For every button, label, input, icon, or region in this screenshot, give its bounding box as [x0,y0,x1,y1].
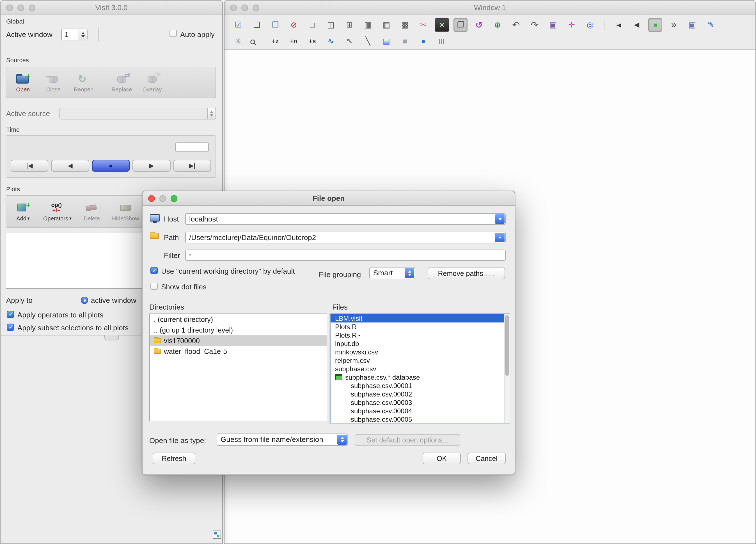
mini-window-icon[interactable] [213,531,221,539]
box-tool-icon[interactable]: ■ [398,34,412,48]
annotation-pen-icon[interactable]: ✎ [704,18,718,32]
minimize-window-icon[interactable] [241,4,248,11]
file-row[interactable]: Plots.R [331,322,509,331]
curve-plot-icon[interactable]: ∿ [324,34,338,48]
plus-s-icon[interactable]: +s [305,34,319,48]
clone-window-icon[interactable]: ❐ [268,18,282,32]
redo-view-icon[interactable]: ↷ [528,18,542,32]
save-image-icon[interactable]: ▣ [685,18,699,32]
next-timestep-button[interactable]: ▶| [173,160,211,172]
directory-row[interactable]: . (current directory) [150,314,327,325]
combo-dropdown-icon[interactable] [495,233,505,242]
file-row[interactable]: LBM.visit [331,314,509,322]
overlay-source-button[interactable]: ↷ Overlay [140,72,164,93]
remove-paths-button[interactable]: Remove paths . . . [428,268,505,279]
minimize-window-icon[interactable] [159,195,166,202]
ok-button[interactable]: OK [423,453,461,464]
file-row[interactable]: subphase.csv.00004 [331,407,509,415]
layout-3x3-icon[interactable]: ▦ [379,18,393,32]
file-row[interactable]: input.db [331,339,509,348]
dialog-titlebar[interactable]: File open [143,191,515,206]
stop-button[interactable]: ■ [92,160,130,172]
minimize-window-icon[interactable] [17,4,24,11]
plus-n-icon[interactable]: +n [287,34,301,48]
file-row[interactable]: subphase.csv [331,364,509,373]
layout-2x2-icon[interactable]: ⊞ [342,18,356,32]
layout-1x2-icon[interactable]: ◫ [324,18,338,32]
auto-apply-checkbox[interactable] [169,30,177,37]
set-default-open-options-button[interactable]: Set default open options... [355,434,460,446]
reset-view-icon[interactable]: ↺ [472,18,486,32]
cancel-button[interactable]: Cancel [468,453,506,464]
pick-icon[interactable]: ↖ [342,34,356,48]
layout-2x4-icon[interactable]: ▥ [361,18,375,32]
delete-active-plots-icon[interactable]: × [435,18,449,32]
file-row[interactable]: subphase.csv.00005 [331,415,509,423]
directory-row[interactable]: vis1700000 [150,335,327,346]
navigate-mode-icon[interactable]: ❒ [453,18,468,32]
file-row[interactable]: subphase.csv.00001 [331,381,509,390]
clear-plots-icon[interactable]: ✂ [416,18,430,32]
close-window-icon[interactable] [6,4,13,11]
replace-source-button[interactable]: ⇄ Replace [109,72,134,93]
lineout-icon[interactable]: ╲ [361,34,375,48]
use-cwd-checkbox[interactable] [150,267,158,274]
play-button[interactable]: ▶ [132,160,170,172]
play-reverse-icon[interactable]: ◀ [630,18,644,32]
file-row[interactable]: subphase.csv.00002 [331,390,509,398]
hide-show-plot-button[interactable]: Hide/Show [112,201,139,222]
file-row[interactable]: Plots.R~ [331,331,509,339]
delete-window-icon[interactable]: ⊘ [287,18,301,32]
active-window-check-icon[interactable]: ☑ [231,18,245,32]
plus-z-icon[interactable]: +z [268,34,282,48]
zoom-window-icon[interactable] [171,195,177,202]
prev-frame-icon[interactable]: |◀ [611,18,625,32]
close-window-icon[interactable] [148,195,155,202]
panel-collapse-handle[interactable] [104,335,119,340]
recenter-view-icon[interactable]: ⊕ [491,18,505,32]
filter-input[interactable] [185,250,506,261]
apply-operators-checkbox[interactable] [7,311,14,318]
active-source-combo[interactable] [59,108,216,120]
spreadsheet-icon[interactable]: ▤ [379,34,393,48]
time-field[interactable] [175,143,209,152]
file-row[interactable]: subphase.csv.* database [331,373,509,381]
window1-titlebar[interactable]: Window 1 [224,1,755,15]
open-source-button[interactable]: + Open [11,72,35,93]
zoom-icon[interactable]: ⚲ [247,34,267,48]
show-dot-files-checkbox[interactable] [150,282,158,290]
directory-row[interactable]: .. (go up 1 directory level) [150,325,327,335]
file-row[interactable]: relperm.csv [331,356,509,364]
files-scrollbar[interactable] [504,314,510,423]
reopen-source-button[interactable]: ↻ Reopen [71,72,96,93]
host-combo[interactable]: localhost [185,213,506,225]
directory-row[interactable]: water_flood_Ca1e-5 [150,346,327,357]
delete-plot-button[interactable]: Delete [79,201,104,222]
operators-button[interactable]: op() +/− Operators ▾ [43,201,72,222]
open-as-type-dropdown[interactable]: Guess from file name/extension [217,433,348,446]
close-source-button[interactable]: − Close [41,72,66,93]
toolbar-overflow-chevron-icon[interactable]: » [667,18,681,32]
combo-stepper-icon[interactable] [207,108,216,119]
file-grouping-dropdown[interactable]: Smart [369,267,415,279]
prev-timestep-button[interactable]: |◀ [11,160,49,172]
path-combo[interactable]: /Users/mcclurej/Data/Equinor/Outcrop2 [185,232,506,244]
sphere-tool-icon[interactable]: ● [416,34,430,48]
dropdown-stepper-icon[interactable] [405,268,414,278]
visit-titlebar[interactable]: VisIt 3.0.0 [1,1,222,15]
zoom-window-icon[interactable] [29,4,35,11]
file-row[interactable]: minkowski.csv [331,348,509,356]
refresh-button[interactable]: Refresh [153,453,195,464]
stop-icon[interactable]: ■ [648,18,662,32]
spinbox-stepper-icon[interactable] [79,29,87,40]
files-list[interactable]: LBM.visit Plots.R Plots.R~ input.db [330,313,510,423]
layout-4x4-icon[interactable]: ▩ [398,18,412,32]
dropdown-stepper-icon[interactable] [337,435,347,445]
layout-1x1-icon[interactable]: □ [305,18,319,32]
apply-subset-checkbox[interactable] [7,323,14,331]
undo-view-icon[interactable]: ↶ [509,18,523,32]
combo-dropdown-icon[interactable] [495,214,505,224]
file-row[interactable]: subphase.csv.00003 [331,398,509,407]
active-window-radio[interactable] [81,297,88,304]
sliders-icon[interactable]: ||| [435,34,449,48]
